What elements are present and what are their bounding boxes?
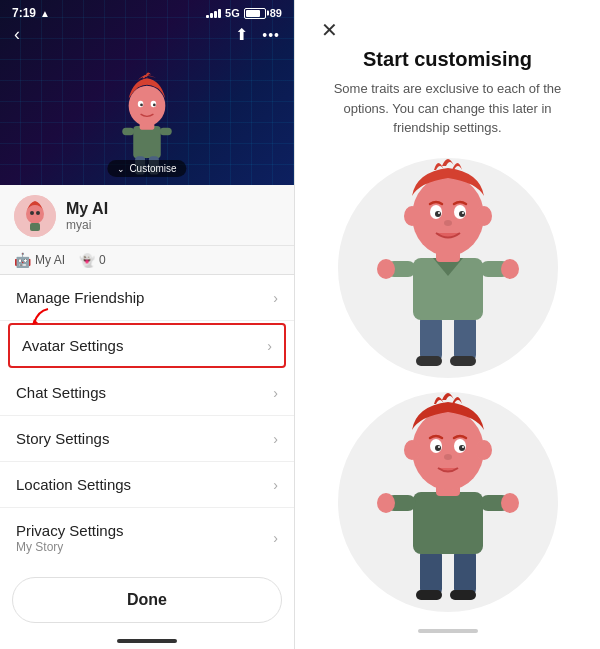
menu-item-privacy-settings[interactable]: Privacy Settings My Story › <box>0 508 294 567</box>
phone-header: 7:19 ▲ 5G 89 ‹ ⬆ •• <box>0 0 294 185</box>
svg-point-49 <box>435 445 441 451</box>
svg-point-33 <box>444 220 452 226</box>
svg-point-55 <box>476 440 492 460</box>
ghost-icon: 👻 <box>79 253 95 268</box>
customise-label: Customise <box>129 163 176 174</box>
svg-point-9 <box>140 104 143 107</box>
home-indicator-right <box>418 629 478 633</box>
menu-item-story-settings[interactable]: Story Settings › <box>0 416 294 462</box>
menu-arrow-privacy: › <box>273 530 278 546</box>
svg-rect-13 <box>30 223 40 231</box>
svg-point-30 <box>459 211 465 217</box>
avatar-options <box>315 154 580 618</box>
avatar-option-1-svg <box>338 158 558 378</box>
menu-item-privacy-settings-sublabel: My Story <box>16 540 124 554</box>
svg-point-32 <box>462 212 464 214</box>
profile-info: My AI myai <box>66 200 280 232</box>
svg-point-24 <box>501 259 519 279</box>
profile-avatar <box>14 195 56 237</box>
network-label: 5G <box>225 7 240 19</box>
svg-rect-18 <box>416 356 442 366</box>
menu-item-location-settings[interactable]: Location Settings › <box>0 462 294 508</box>
status-left: 7:19 ▲ <box>12 6 50 20</box>
menu-item-chat-settings[interactable]: Chat Settings › <box>0 370 294 416</box>
arrow-annotation <box>28 307 58 331</box>
svg-rect-38 <box>416 590 442 600</box>
svg-rect-17 <box>454 313 476 363</box>
menu-list: Manage Friendship › Avatar Settings › <box>0 275 294 567</box>
svg-rect-39 <box>450 590 476 600</box>
avatar-option-2-svg <box>338 392 558 612</box>
menu-item-chat-settings-content: Chat Settings <box>16 384 106 401</box>
home-indicator <box>117 639 177 643</box>
battery-level: 89 <box>270 7 282 19</box>
svg-point-6 <box>129 86 166 126</box>
signal-bar-1 <box>206 15 209 18</box>
profile-stats: 🤖 My AI 👻 0 <box>0 246 294 275</box>
battery-icon <box>244 8 266 19</box>
customise-title: Start customising <box>315 48 580 71</box>
svg-rect-19 <box>450 356 476 366</box>
back-button[interactable]: ‹ <box>14 24 20 45</box>
svg-point-46 <box>412 410 484 490</box>
done-button-container: Done <box>0 567 294 639</box>
menu-item-manage-friendship-label: Manage Friendship <box>16 289 144 306</box>
svg-point-51 <box>438 446 440 448</box>
svg-point-10 <box>153 104 156 107</box>
menu-arrow-avatar: › <box>267 338 272 354</box>
location-icon: ▲ <box>40 8 50 19</box>
menu-item-location-settings-content: Location Settings <box>16 476 131 493</box>
profile-avatar-svg <box>14 195 56 237</box>
svg-point-23 <box>377 259 395 279</box>
menu-item-privacy-settings-content: Privacy Settings My Story <box>16 522 124 554</box>
menu-item-chat-settings-label: Chat Settings <box>16 384 106 401</box>
menu-item-story-settings-label: Story Settings <box>16 430 109 447</box>
svg-rect-0 <box>133 126 161 158</box>
svg-rect-36 <box>420 547 442 597</box>
menu-item-location-settings-label: Location Settings <box>16 476 131 493</box>
svg-point-53 <box>444 454 452 460</box>
right-panel: ✕ Start customising Some traits are excl… <box>295 0 600 649</box>
avatar-option-2[interactable] <box>338 392 558 612</box>
stat-count: 👻 0 <box>79 252 106 268</box>
svg-point-31 <box>438 212 440 214</box>
menu-arrow-location: › <box>273 477 278 493</box>
battery-fill <box>246 10 260 17</box>
done-button[interactable]: Done <box>12 577 282 623</box>
stat-ai: 🤖 My AI <box>14 252 65 268</box>
stat-count-label: 0 <box>99 253 106 267</box>
svg-rect-37 <box>454 547 476 597</box>
svg-point-44 <box>501 493 519 513</box>
svg-point-15 <box>36 211 40 215</box>
phone-panel: 7:19 ▲ 5G 89 ‹ ⬆ •• <box>0 0 295 649</box>
ai-icon: 🤖 <box>14 252 31 268</box>
svg-point-43 <box>377 493 395 513</box>
stat-ai-label: My AI <box>35 253 65 267</box>
menu-item-privacy-settings-label: Privacy Settings <box>16 522 124 539</box>
customise-badge[interactable]: ⌄ Customise <box>107 160 186 177</box>
menu-item-story-settings-content: Story Settings <box>16 430 109 447</box>
svg-rect-2 <box>160 128 172 135</box>
share-icon[interactable]: ⬆ <box>235 25 248 44</box>
svg-point-52 <box>462 446 464 448</box>
menu-arrow-story: › <box>273 431 278 447</box>
customise-description: Some traits are exclusive to each of the… <box>315 79 580 138</box>
customise-chevron: ⌄ <box>117 164 125 174</box>
profile-username: myai <box>66 218 280 232</box>
svg-point-14 <box>30 211 34 215</box>
avatar-option-1[interactable] <box>338 158 558 378</box>
svg-point-29 <box>435 211 441 217</box>
header-controls: ‹ ⬆ ••• <box>0 24 294 53</box>
signal-bar-3 <box>214 11 217 18</box>
profile-section: My AI myai <box>0 185 294 246</box>
svg-rect-16 <box>420 313 442 363</box>
svg-rect-40 <box>413 492 483 554</box>
menu-arrow-manage: › <box>273 290 278 306</box>
more-icon[interactable]: ••• <box>262 27 280 43</box>
svg-point-50 <box>459 445 465 451</box>
svg-point-35 <box>476 206 492 226</box>
svg-point-54 <box>404 440 420 460</box>
signal-bars <box>206 8 221 18</box>
close-button[interactable]: ✕ <box>315 16 343 44</box>
status-right: 5G 89 <box>206 7 282 19</box>
